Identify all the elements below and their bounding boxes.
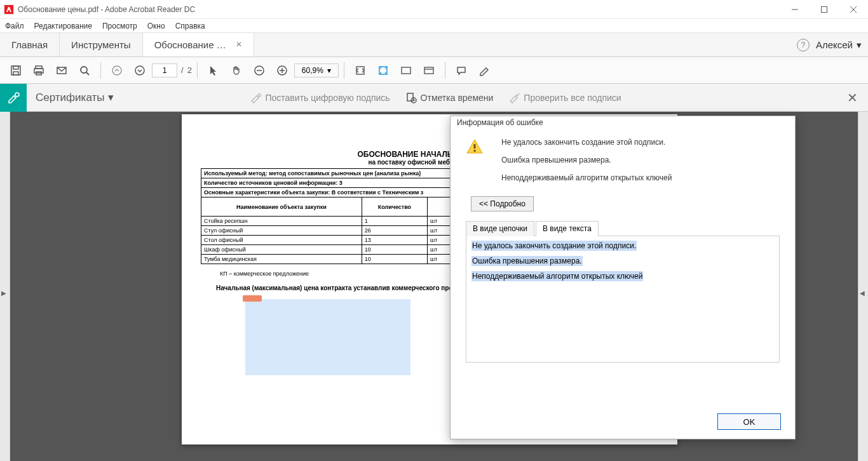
dialog-title: Информация об ошибке	[451, 116, 795, 129]
menu-window[interactable]: Окно	[147, 22, 165, 30]
print-icon[interactable]	[28, 60, 50, 81]
close-button[interactable]	[839, 0, 868, 19]
tab-home[interactable]: Главная	[0, 33, 60, 57]
svg-point-14	[112, 66, 121, 75]
comment-icon[interactable]	[451, 60, 472, 81]
chevron-down-icon: ▾	[857, 39, 862, 51]
page-input[interactable]	[152, 63, 177, 77]
user-menu[interactable]: Алексей▾	[816, 39, 862, 51]
save-icon[interactable]	[5, 60, 27, 81]
error-message-2: Ошибка превышения размера.	[501, 156, 672, 164]
svg-rect-21	[356, 67, 364, 74]
svg-rect-2	[822, 6, 827, 12]
app-icon	[4, 4, 14, 15]
maximize-button[interactable]	[810, 0, 839, 19]
chevron-down-icon: ▾	[108, 91, 114, 104]
certificates-dropdown[interactable]: Сертификаты▾	[27, 91, 123, 104]
window-titlebar: Обоснование цены.pdf - Adobe Acrobat Rea…	[0, 0, 868, 19]
fit-width-icon[interactable]	[349, 60, 371, 81]
zoom-out-icon[interactable]	[248, 60, 270, 81]
timestamp-action[interactable]: Отметка времени	[405, 92, 494, 104]
right-panel-toggle[interactable]: ◀	[858, 112, 868, 461]
svg-line-13	[86, 72, 89, 75]
close-tab-icon[interactable]: ✕	[236, 40, 242, 49]
main-toolbar: / 2 60,9% ▾	[0, 57, 868, 84]
search-icon[interactable]	[74, 60, 95, 81]
left-panel-toggle[interactable]: ▶	[0, 112, 10, 461]
svg-rect-9	[34, 69, 43, 73]
close-panel-icon[interactable]: ✕	[847, 90, 868, 105]
page-indicator: / 2	[152, 63, 192, 77]
svg-rect-24	[424, 67, 433, 74]
svg-point-26	[15, 93, 19, 97]
svg-rect-23	[402, 67, 410, 74]
menu-edit[interactable]: Редактирование	[34, 22, 92, 30]
page-up-icon[interactable]	[106, 60, 128, 81]
svg-rect-28	[407, 93, 413, 101]
fullscreen-icon[interactable]	[395, 60, 417, 81]
window-title: Обоснование цены.pdf - Adobe Acrobat Rea…	[18, 5, 195, 14]
svg-rect-7	[13, 72, 18, 75]
error-message-1: Не удалось закончить создание этой подпи…	[501, 138, 672, 147]
error-message-3: Неподдерживаемый алгоритм открытых ключе…	[501, 173, 672, 182]
page-down-icon[interactable]	[129, 60, 151, 81]
menu-file[interactable]: Файл	[5, 22, 24, 30]
hand-icon[interactable]	[226, 60, 247, 81]
menu-help[interactable]: Справка	[175, 22, 205, 30]
svg-point-27	[258, 94, 261, 97]
read-mode-icon[interactable]	[418, 60, 440, 81]
svg-rect-30	[474, 144, 476, 149]
svg-rect-31	[474, 150, 476, 152]
tab-chain[interactable]: В виде цепочки	[466, 221, 534, 236]
zoom-in-icon[interactable]	[271, 60, 293, 81]
menu-bar: Файл Редактирование Просмотр Окно Справк…	[0, 19, 868, 33]
svg-rect-5	[11, 66, 20, 75]
highlight-icon[interactable]	[473, 60, 495, 81]
warning-icon	[466, 138, 484, 156]
svg-rect-6	[13, 66, 18, 69]
tab-document[interactable]: Обоснование цен...✕	[143, 33, 254, 57]
tab-tools[interactable]: Инструменты	[60, 33, 143, 57]
email-icon[interactable]	[51, 60, 72, 81]
details-button[interactable]: << Подробно	[471, 196, 534, 211]
signature-field[interactable]	[245, 299, 410, 375]
verify-action[interactable]: Проверить все подписи	[508, 92, 621, 104]
error-dialog: Информация об ошибке Не удалось закончит…	[450, 116, 796, 439]
tab-text[interactable]: В виде текста	[536, 221, 599, 236]
sign-action[interactable]: Поставить цифровую подпись	[250, 92, 390, 104]
certificates-bar: Сертификаты▾ Поставить цифровую подпись …	[0, 84, 868, 112]
menu-view[interactable]: Просмотр	[102, 22, 137, 30]
help-icon[interactable]: ?	[797, 39, 810, 51]
signature-tab-icon	[243, 295, 262, 302]
svg-point-15	[135, 66, 144, 75]
tab-bar: Главная Инструменты Обоснование цен...✕ …	[0, 33, 868, 57]
minimize-button[interactable]	[780, 0, 810, 19]
signature-badge-icon	[0, 84, 27, 112]
svg-point-12	[81, 67, 87, 73]
fit-page-icon[interactable]	[372, 60, 394, 81]
zoom-level[interactable]: 60,9% ▾	[294, 63, 339, 77]
pointer-icon[interactable]	[203, 60, 224, 81]
ok-button[interactable]: OK	[717, 413, 781, 430]
error-text-box[interactable]: Не удалось закончить создание этой подпи…	[466, 236, 780, 363]
